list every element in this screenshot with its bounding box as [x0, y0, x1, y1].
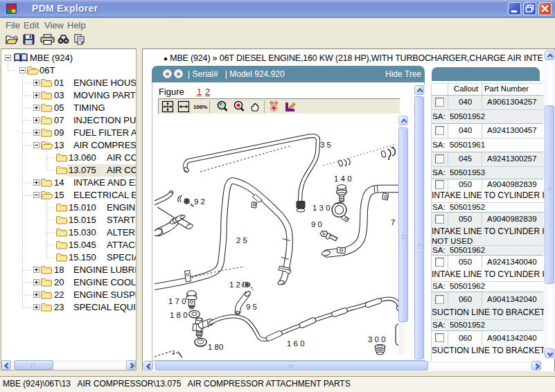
svg-text:9 2: 9 2 — [194, 197, 205, 206]
svg-text:2 5: 2 5 — [236, 236, 247, 244]
svg-text:9 5: 9 5 — [246, 303, 257, 311]
svg-text:3 0 0: 3 0 0 — [368, 335, 386, 344]
svg-text:1 80: 1 80 — [208, 343, 223, 351]
svg-text:1 3 0: 1 3 0 — [312, 204, 331, 212]
svg-text:3 5: 3 5 — [320, 141, 331, 149]
svg-text:1 6 0: 1 6 0 — [287, 339, 305, 348]
svg-text:1 8 0: 1 8 0 — [170, 311, 188, 319]
svg-text:1 7 0: 1 7 0 — [168, 297, 186, 305]
svg-text:1 4 0: 1 4 0 — [334, 175, 352, 183]
svg-text:9 0: 9 0 — [311, 220, 322, 229]
svg-text:7: 7 — [391, 218, 395, 226]
svg-text:1 2 0: 1 2 0 — [229, 280, 247, 289]
